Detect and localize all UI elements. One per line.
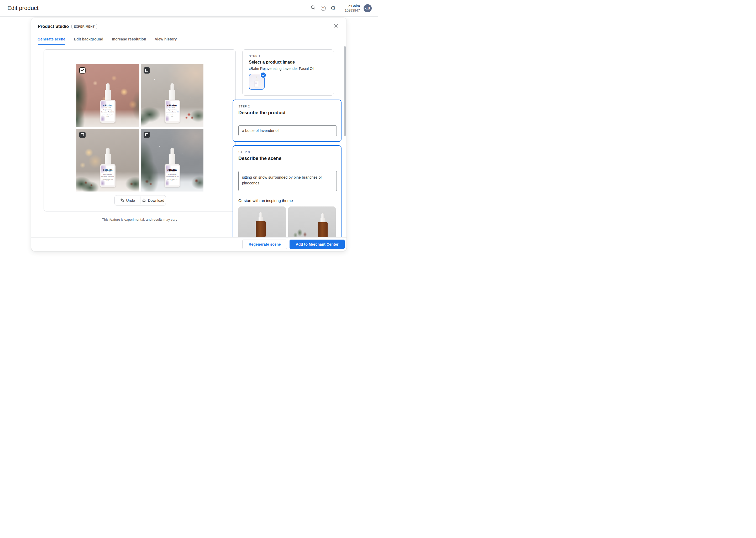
checkbox-outline-icon xyxy=(145,69,148,72)
page-title: Edit product xyxy=(7,5,39,12)
product-bottle: cBalm EST. 1990 RejuvenatingLavender Fac… xyxy=(164,83,180,123)
theme-option-1[interactable] xyxy=(238,206,286,238)
product-description-input[interactable]: a bottle of lavender oil xyxy=(238,125,337,136)
dialog-tabs: Generate scene Edit background Increase … xyxy=(31,33,347,45)
step-3-eyebrow: STEP 3 xyxy=(238,150,336,154)
product-image-thumbnail[interactable] xyxy=(249,74,264,89)
generated-image-1[interactable]: cBalm EST. 1990 RejuvenatingLavender Fac… xyxy=(76,64,139,127)
top-bar: Edit product ? ⚙ c’Balm 10293847 cB xyxy=(0,0,378,17)
generated-image-3[interactable]: cBalm EST. 1990 RejuvenatingLavender Fac… xyxy=(76,129,139,191)
bottle-body: cBalm EST. 1990 RejuvenatingLavender Fac… xyxy=(100,100,116,123)
dialog-title: Product Studio xyxy=(38,24,69,29)
avatar-initials: cB xyxy=(365,6,370,10)
dialog-footer: Regenerate scene Add to Merchant Center xyxy=(31,237,347,251)
experiment-badge: EXPERIMENT xyxy=(71,24,97,29)
undo-button[interactable]: Undo xyxy=(115,195,140,205)
label-net: Net. wt. 50mL / 1.6 fl.oz. xyxy=(165,114,179,117)
step-1-card: STEP 1 Select a product image cBalm Reju… xyxy=(242,49,334,96)
bottle-label: cBalm EST. 1990 RejuvenatingLavender Fac… xyxy=(165,101,179,121)
label-net: Net. wt. 50mL / 1.6 fl.oz. xyxy=(165,179,179,181)
experimental-disclaimer: This feature is experimental, and result… xyxy=(44,218,236,221)
label-brand: cBalm xyxy=(101,104,115,107)
step-3-card: STEP 3 Describe the scene sitting on sno… xyxy=(233,145,342,251)
scene-description-input[interactable]: sitting on snow surrounded by pine branc… xyxy=(238,171,337,191)
label-est: EST. 1990 xyxy=(101,171,115,172)
label-net: Net. wt. 50mL / 1.6 fl.oz. xyxy=(101,179,115,181)
undo-label: Undo xyxy=(126,198,135,202)
label-brand: cBalm xyxy=(165,168,179,171)
top-bar-divider xyxy=(341,4,341,12)
image-3-checkbox-unchecked[interactable] xyxy=(79,132,86,138)
label-name: RejuvenatingLavender Facial Oil xyxy=(165,173,179,177)
step-2-eyebrow: STEP 2 xyxy=(238,105,336,108)
label-est: EST. 1990 xyxy=(165,171,179,172)
results-card: cBalm EST. 1990 RejuvenatingLavender Fac… xyxy=(44,49,236,211)
bottle-cap xyxy=(105,154,111,165)
selected-check-icon xyxy=(260,72,266,78)
image-2-checkbox-unchecked[interactable] xyxy=(144,67,150,74)
label-name: RejuvenatingLavender Facial Oil xyxy=(101,173,115,177)
theme-gallery xyxy=(238,206,336,238)
product-thumbnail-bottle xyxy=(255,77,259,87)
step-2-card: STEP 2 Describe the product a bottle of … xyxy=(233,100,342,142)
search-icon xyxy=(310,5,316,11)
step-1-eyebrow: STEP 1 xyxy=(249,55,327,58)
download-icon xyxy=(142,198,146,203)
tab-edit-background[interactable]: Edit background xyxy=(74,33,103,45)
account-info[interactable]: c’Balm 10293847 xyxy=(345,4,360,13)
tab-view-history[interactable]: View history xyxy=(155,33,177,45)
regenerate-scene-button[interactable]: Regenerate scene xyxy=(242,240,287,249)
step-2-title: Describe the product xyxy=(238,110,336,116)
top-bar-actions: ? ⚙ c’Balm 10293847 cB xyxy=(308,3,372,13)
amber-bottle-illustration xyxy=(318,213,328,234)
label-est: EST. 1990 xyxy=(165,107,179,108)
image-4-checkbox-unchecked[interactable] xyxy=(144,132,150,138)
generated-image-4[interactable]: cBalm EST. 1990 RejuvenatingLavender Fac… xyxy=(141,129,204,191)
settings-button[interactable]: ⚙ xyxy=(328,3,338,13)
product-bottle: cBalm EST. 1990 RejuvenatingLavender Fac… xyxy=(100,83,116,123)
step-3-title: Describe the scene xyxy=(238,156,336,161)
undo-icon xyxy=(120,198,124,203)
label-net: Net. wt. 50mL / 1.6 fl.oz. xyxy=(101,114,115,117)
bottle-label: cBalm EST. 1990 RejuvenatingLavender Fac… xyxy=(165,166,179,186)
download-label: Download xyxy=(148,198,164,202)
label-name: RejuvenatingLavender Facial Oil xyxy=(101,109,115,113)
checkbox-outline-icon xyxy=(81,133,84,136)
close-button[interactable] xyxy=(331,22,341,31)
account-id: 10293847 xyxy=(345,8,360,13)
amber-bottle-illustration xyxy=(256,212,266,233)
bottle-body: cBalm EST. 1990 RejuvenatingLavender Fac… xyxy=(165,100,180,123)
label-est: EST. 1990 xyxy=(101,107,115,108)
close-icon xyxy=(334,24,338,29)
tab-generate-scene[interactable]: Generate scene xyxy=(37,33,65,45)
avatar[interactable]: cB xyxy=(363,4,372,12)
label-name: RejuvenatingLavender Facial Oil xyxy=(165,109,179,113)
download-button[interactable]: Download xyxy=(140,195,166,205)
image-1-checkbox-checked[interactable] xyxy=(79,67,86,74)
product-bottle: cBalm EST. 1990 RejuvenatingLavender Fac… xyxy=(164,148,180,187)
bottle-cap xyxy=(169,154,175,165)
step-1-title: Select a product image xyxy=(249,60,327,65)
add-to-merchant-center-button[interactable]: Add to Merchant Center xyxy=(290,240,345,249)
bottle-cap xyxy=(169,90,175,100)
checkbox-outline-icon xyxy=(145,133,148,136)
tab-increase-resolution[interactable]: Increase resolution xyxy=(112,33,146,45)
step-1-product-name: cBalm Rejuvenating Lavender Facial Oil xyxy=(249,67,327,71)
dialog-header: Product Studio EXPERIMENT xyxy=(31,18,347,33)
label-brand: cBalm xyxy=(101,168,115,171)
panel-scrollbar[interactable] xyxy=(344,46,346,136)
bottle-cap xyxy=(105,90,111,100)
product-bottle: cBalm EST. 1990 RejuvenatingLavender Fac… xyxy=(100,148,116,187)
bottle-label: cBalm EST. 1990 RejuvenatingLavender Fac… xyxy=(101,101,115,121)
theme-option-2[interactable] xyxy=(288,206,336,238)
product-studio-dialog: Product Studio EXPERIMENT Generate scene… xyxy=(31,18,347,251)
bottle-label: cBalm EST. 1990 RejuvenatingLavender Fac… xyxy=(101,166,115,186)
checkmark-icon xyxy=(80,68,84,73)
label-brand: cBalm xyxy=(165,104,179,107)
bottle-body: cBalm EST. 1990 RejuvenatingLavender Fac… xyxy=(100,164,116,187)
search-button[interactable] xyxy=(308,3,318,13)
gear-icon: ⚙ xyxy=(330,5,336,11)
help-button[interactable]: ? xyxy=(318,3,328,13)
generated-image-2[interactable]: cBalm EST. 1990 RejuvenatingLavender Fac… xyxy=(141,64,204,127)
theme-hint-text: Or start with an inspiring theme xyxy=(238,198,336,203)
